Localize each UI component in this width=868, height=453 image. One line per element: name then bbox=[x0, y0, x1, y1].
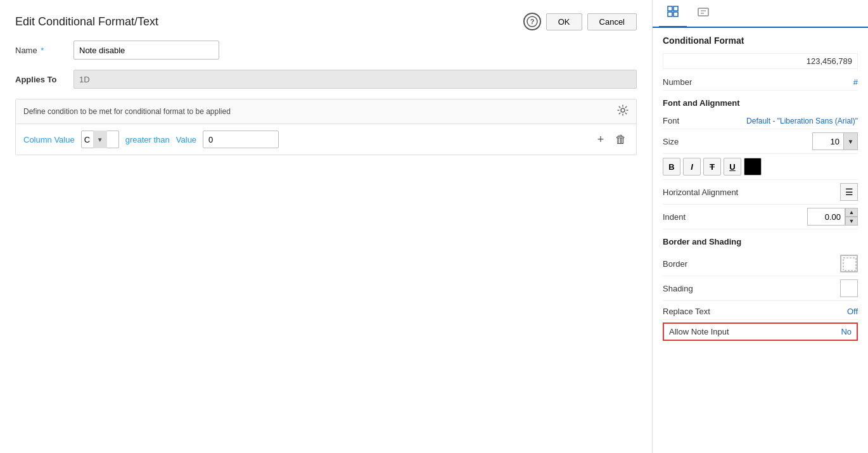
condition-value-label: Value bbox=[176, 135, 196, 144]
border-label: Border bbox=[663, 259, 687, 269]
allow-note-row: Allow Note Input No bbox=[663, 322, 858, 341]
name-label: Name * bbox=[15, 46, 66, 55]
shading-row: Shading bbox=[663, 276, 858, 301]
add-condition-button[interactable]: + bbox=[593, 132, 608, 147]
svg-point-2 bbox=[621, 108, 625, 112]
right-tabs bbox=[653, 0, 868, 28]
allow-note-label: Allow Note Input bbox=[669, 327, 729, 336]
italic-button[interactable]: I bbox=[683, 158, 701, 175]
help-icon[interactable]: ? bbox=[523, 13, 541, 30]
replace-text-label: Replace Text bbox=[663, 307, 710, 316]
applies-to-value: 1D bbox=[79, 75, 90, 84]
border-row: Border bbox=[663, 252, 858, 276]
font-value[interactable]: Default - "Liberation Sans (Arial)" bbox=[746, 117, 858, 125]
underline-button[interactable]: U bbox=[724, 158, 741, 175]
size-dropdown-button[interactable]: ▼ bbox=[844, 132, 858, 150]
svg-rect-5 bbox=[668, 12, 672, 16]
name-input[interactable] bbox=[73, 41, 219, 60]
cancel-button[interactable]: Cancel bbox=[587, 13, 637, 30]
tab-format[interactable] bbox=[689, 0, 717, 27]
replace-text-row: Replace Text Off bbox=[663, 303, 858, 320]
border-shading-title: Border and Shading bbox=[663, 237, 858, 246]
required-star: * bbox=[39, 46, 44, 55]
indent-row: Indent ▲ ▼ bbox=[663, 205, 858, 229]
applies-to-label: Applies To bbox=[15, 75, 66, 84]
size-input[interactable] bbox=[812, 132, 844, 150]
delete-condition-button[interactable]: 🗑 bbox=[613, 132, 629, 147]
format-preview: 123,456,789 bbox=[663, 53, 858, 69]
svg-rect-7 bbox=[698, 8, 708, 16]
condition-operator[interactable]: greater than bbox=[125, 135, 170, 144]
indent-input[interactable] bbox=[807, 208, 845, 226]
shading-swatch[interactable] bbox=[840, 279, 858, 297]
dialog-title: Edit Conditional Format/Text bbox=[15, 15, 158, 29]
column-dropdown-arrow[interactable]: ▼ bbox=[93, 131, 107, 148]
size-label: Size bbox=[663, 137, 679, 146]
number-value[interactable]: # bbox=[853, 77, 858, 87]
border-swatch[interactable] bbox=[840, 255, 858, 272]
strikethrough-button[interactable]: T bbox=[703, 158, 721, 175]
ok-button[interactable]: OK bbox=[546, 13, 582, 30]
alignment-row: Horizontal Alignment ☰ bbox=[663, 180, 858, 205]
font-label: Font bbox=[663, 116, 679, 125]
svg-rect-6 bbox=[673, 12, 678, 16]
font-row: Font Default - "Liberation Sans (Arial)" bbox=[663, 113, 858, 129]
font-style-row: B I T U bbox=[663, 154, 858, 180]
number-row: Number # bbox=[663, 74, 858, 91]
number-label: Number bbox=[663, 77, 692, 87]
font-color-swatch[interactable] bbox=[744, 158, 762, 175]
svg-rect-3 bbox=[668, 6, 672, 11]
column-dropdown[interactable]: C ▼ bbox=[81, 131, 119, 148]
condition-value-input[interactable] bbox=[203, 131, 279, 148]
column-value-label[interactable]: Column Value bbox=[23, 135, 75, 144]
tab-grid[interactable] bbox=[659, 0, 687, 28]
alignment-label: Horizontal Alignment bbox=[663, 188, 738, 197]
svg-rect-10 bbox=[843, 258, 856, 271]
indent-up-button[interactable]: ▲ bbox=[845, 208, 858, 217]
shading-label: Shading bbox=[663, 284, 693, 293]
indent-label: Indent bbox=[663, 212, 686, 222]
align-button[interactable]: ☰ bbox=[840, 183, 858, 201]
size-row: Size ▼ bbox=[663, 129, 858, 154]
condition-header-text: Define condition to be met for condition… bbox=[23, 107, 231, 116]
replace-text-value[interactable]: Off bbox=[847, 307, 858, 316]
svg-rect-4 bbox=[673, 6, 678, 11]
svg-text:?: ? bbox=[530, 18, 534, 25]
bold-button[interactable]: B bbox=[663, 158, 680, 175]
column-select[interactable]: C bbox=[82, 135, 93, 144]
allow-note-value[interactable]: No bbox=[841, 327, 852, 336]
conditional-format-title: Conditional Format bbox=[663, 35, 858, 46]
indent-down-button[interactable]: ▼ bbox=[845, 217, 858, 226]
font-alignment-title: Font and Alignment bbox=[663, 98, 858, 108]
gear-icon[interactable] bbox=[617, 105, 629, 118]
